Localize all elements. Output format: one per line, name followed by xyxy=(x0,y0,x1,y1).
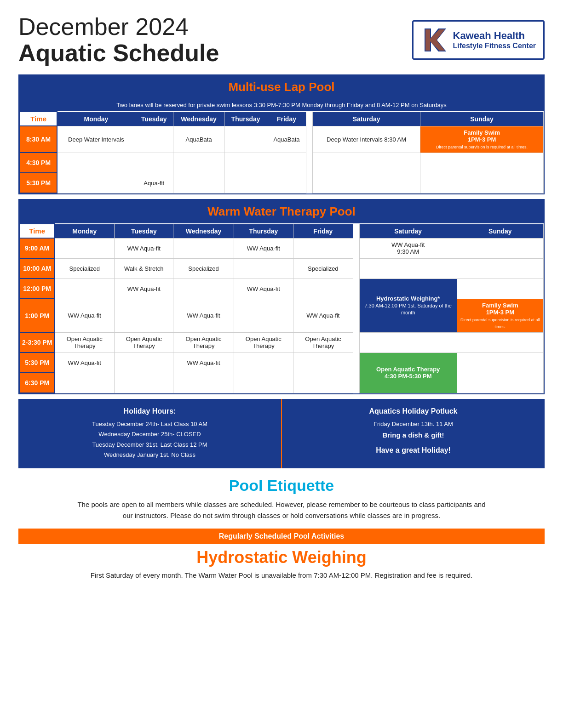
cell-sat-830: Deep Water Intervals 8:30 AM xyxy=(313,126,420,153)
pool-etiquette-section: Pool Etiquette The pools are open to all… xyxy=(18,477,545,521)
ww-mon-1200 xyxy=(54,279,114,299)
ww-col-sunday: Sunday xyxy=(457,224,543,238)
ww-sun-230 xyxy=(457,332,543,353)
ww-mon-900 xyxy=(54,238,114,258)
holiday-section: Holiday Hours: Tuesday December 24th- La… xyxy=(18,399,545,468)
cell-sun-530 xyxy=(420,173,544,193)
cell-thu-530 xyxy=(224,173,267,193)
col-tuesday: Tuesday xyxy=(135,112,173,126)
ww-thu-230: Open Aquatic Therapy xyxy=(234,332,293,353)
ww-sun-family: Family Swim1PM-3 PMDirect parental super… xyxy=(457,299,543,332)
ww-tue-230: Open Aquatic Therapy xyxy=(115,332,173,353)
lap-pool-notice: Two lanes will be reserved for private s… xyxy=(19,99,544,111)
col-friday: Friday xyxy=(267,112,306,126)
ww-time-630pm: 6:30 PM xyxy=(20,373,54,393)
cell-tue-830 xyxy=(135,126,173,153)
holiday-potluck: Aquatics Holiday Potluck Friday December… xyxy=(282,399,545,468)
ww-col-wednesday: Wednesday xyxy=(173,224,234,238)
cell-fri-430 xyxy=(267,153,306,173)
ww-time-900am: 9:00 AM xyxy=(20,238,54,258)
ww-thu-900: WW Aqua-fit xyxy=(234,238,293,258)
cell-sun-430 xyxy=(420,153,544,173)
ww-mon-630 xyxy=(54,373,114,393)
ww-fri-230: Open Aquatic Therapy xyxy=(293,332,353,353)
ww-gap-630 xyxy=(353,373,359,393)
ww-tue-900: WW Aqua-fit xyxy=(115,238,173,258)
col-thursday: Thursday xyxy=(224,112,267,126)
lap-pool-header: Multi-use Lap Pool xyxy=(19,75,544,99)
ww-sat-hydrostatic: Hydrostatic Weighing* 7:30 AM-12:00 PM 1… xyxy=(359,279,457,332)
logo-box: Kaweah Health Lifestyle Fitness Center xyxy=(412,20,545,60)
ww-thu-530 xyxy=(234,353,293,373)
pool-etiquette-text: The pools are open to all members while … xyxy=(75,499,488,521)
ww-gap-1200 xyxy=(353,279,359,299)
ww-fri-530 xyxy=(293,353,353,373)
cell-tue-530: Aqua-fit xyxy=(135,173,173,193)
warm-pool-header-row: Time Monday Tuesday Wednesday Thursday F… xyxy=(20,224,544,238)
table-row: 1:00 PM WW Aqua-fit WW Aqua-fit WW Aqua-… xyxy=(20,299,544,332)
hydrostatic-text: First Saturday of every month. The Warm … xyxy=(18,570,545,581)
cell-sat-530 xyxy=(313,173,420,193)
time-530pm: 5:30 PM xyxy=(20,173,57,193)
table-row: 5:30 PM WW Aqua-fit WW Aqua-fit Open Aqu… xyxy=(20,353,544,373)
logo-subtitle: Lifestyle Fitness Center xyxy=(453,42,536,50)
ww-sun-1000 xyxy=(457,258,543,279)
pool-etiquette-title: Pool Etiquette xyxy=(18,477,545,495)
ww-mon-100: WW Aqua-fit xyxy=(54,299,114,332)
ww-col-saturday: Saturday xyxy=(359,224,457,238)
warm-pool-section: Warm Water Therapy Pool Time Monday Tues… xyxy=(18,199,545,394)
ww-fri-630 xyxy=(293,373,353,393)
holiday-closing: Have a great Holiday! xyxy=(293,444,534,456)
ww-wed-1200 xyxy=(173,279,234,299)
kaweah-logo-icon xyxy=(421,26,448,54)
ww-gap-900 xyxy=(353,238,359,258)
col-time: Time xyxy=(20,112,57,126)
holiday-potluck-bring: Bring a dish & gift! xyxy=(293,429,534,441)
title-line2: Aquatic Schedule xyxy=(18,40,219,66)
ww-col-thursday: Thursday xyxy=(234,224,293,238)
ww-gap-1000 xyxy=(353,258,359,279)
ww-mon-230: Open Aquatic Therapy xyxy=(54,332,114,353)
ww-wed-530: WW Aqua-fit xyxy=(173,353,234,373)
holiday-potluck-date: Friday December 13th. 11 AM xyxy=(293,419,534,429)
ww-fri-1200 xyxy=(293,279,353,299)
lap-pool-table: Time Monday Tuesday Wednesday Thursday F… xyxy=(19,111,544,193)
table-row: 4:30 PM xyxy=(20,153,544,173)
hydrostatic-weighing-section: Hydrostatic Weighing First Saturday of e… xyxy=(18,548,545,581)
holiday-hours: Holiday Hours: Tuesday December 24th- La… xyxy=(18,399,282,468)
lap-pool-header-row: Time Monday Tuesday Wednesday Thursday F… xyxy=(20,112,544,126)
ww-wed-1000: Specialized xyxy=(173,258,234,279)
gap-530 xyxy=(306,173,313,193)
ww-time-1200pm: 12:00 PM xyxy=(20,279,54,299)
ww-sun-1200 xyxy=(457,279,543,299)
ww-tue-1000: Walk & Stretch xyxy=(115,258,173,279)
reg-scheduled-banner: Regularly Scheduled Pool Activities xyxy=(18,529,545,544)
ww-gap-100 xyxy=(353,299,359,332)
col-gap xyxy=(306,112,313,126)
ww-sat-900: WW Aqua-fit9:30 AM xyxy=(359,238,457,258)
table-row: 10:00 AM Specialized Walk & Stretch Spec… xyxy=(20,258,544,279)
ww-sun-530 xyxy=(457,353,543,373)
ww-time-100pm: 1:00 PM xyxy=(20,299,54,332)
gap-830 xyxy=(306,126,313,153)
ww-wed-900 xyxy=(173,238,234,258)
ww-sat-openaquatic: Open Aquatic Therapy4:30 PM-5:30 PM xyxy=(359,353,457,393)
col-sunday: Sunday xyxy=(420,112,544,126)
warm-pool-title: Warm Water Therapy Pool xyxy=(207,205,356,218)
ww-fri-900 xyxy=(293,238,353,258)
ww-mon-1000: Specialized xyxy=(54,258,114,279)
holiday-potluck-title: Aquatics Holiday Potluck xyxy=(293,407,534,415)
ww-sun-630 xyxy=(457,373,543,393)
ww-fri-1000: Specialized xyxy=(293,258,353,279)
ww-fri-100: WW Aqua-fit xyxy=(293,299,353,332)
ww-thu-100 xyxy=(234,299,293,332)
ww-tue-630 xyxy=(115,373,173,393)
col-saturday: Saturday xyxy=(313,112,420,126)
table-row: 2-3:30 PM Open Aquatic Therapy Open Aqua… xyxy=(20,332,544,353)
col-wednesday: Wednesday xyxy=(173,112,224,126)
ww-gap-530 xyxy=(353,353,359,373)
cell-fri-830: AquaBata xyxy=(267,126,306,153)
ww-sun-900 xyxy=(457,238,543,258)
ww-tue-1200: WW Aqua-fit xyxy=(115,279,173,299)
gap-430 xyxy=(306,153,313,173)
